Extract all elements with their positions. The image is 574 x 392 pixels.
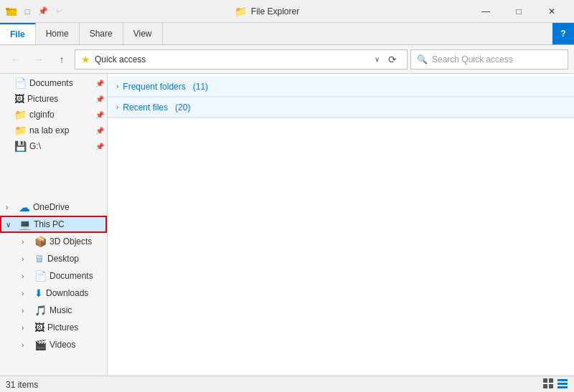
sidebar-item-3d-objects[interactable]: › 📦 3D Objects: [0, 233, 107, 250]
downloads-icon: ⬇: [34, 287, 43, 299]
search-icon: 🔍: [417, 54, 428, 64]
desktop-icon: 🖥: [34, 253, 44, 264]
svg-rect-9: [557, 383, 568, 385]
sidebar-item-videos[interactable]: › 🎬 Videos: [0, 336, 107, 353]
minimize-button[interactable]: —: [469, 0, 502, 23]
recent-files-label: Recent files: [123, 102, 168, 113]
pictures-pc-icon: 🖼: [34, 322, 44, 333]
content-inner: › Frequent folders (11) › Recent files (…: [108, 74, 574, 121]
videos-expand: ›: [22, 341, 32, 349]
sidebar-item-documents-pc[interactable]: › 📄 Documents: [0, 267, 107, 285]
forward-button[interactable]: →: [29, 49, 49, 70]
new-window-icon: □: [22, 6, 33, 17]
svg-rect-6: [543, 384, 547, 388]
videos-icon: 🎬: [34, 339, 47, 350]
svg-rect-7: [549, 384, 553, 388]
pictures-icon: 🖼: [14, 93, 24, 105]
recent-files-header[interactable]: › Recent files (20): [108, 97, 574, 118]
onedrive-icon: ☁: [19, 201, 30, 214]
grid-view-svg: [542, 378, 554, 389]
3d-expand-arrow: ›: [22, 238, 32, 246]
sidebar-label-videos: Videos: [50, 340, 75, 350]
sidebar-label-g-drive: G:\: [29, 141, 41, 151]
maximize-button[interactable]: □: [502, 0, 535, 23]
ribbon-tabs: File Home Share View ?: [0, 23, 574, 44]
sidebar-item-desktop[interactable]: › 🖥 Desktop: [0, 250, 107, 267]
tab-home[interactable]: Home: [36, 23, 80, 44]
thumbnail-view-icon[interactable]: [542, 378, 554, 391]
frequent-folders-header[interactable]: › Frequent folders (11): [108, 77, 574, 97]
window-controls: — □ ✕: [469, 0, 568, 23]
svg-rect-3: [6, 8, 9, 10]
sidebar-spacer: [0, 156, 107, 199]
undo-icon: ↩: [53, 6, 65, 17]
sidebar-item-clginfo[interactable]: 📁 clginfo 📌: [0, 107, 107, 123]
status-item-count: 31 items: [6, 380, 537, 390]
sidebar-label-pictures-pc: Pictures: [47, 322, 78, 333]
tab-view[interactable]: View: [123, 23, 163, 44]
search-placeholder: Search Quick access: [432, 54, 513, 64]
address-refresh-button[interactable]: ⟳: [384, 54, 401, 65]
title-bar-icons: □ 📌 ↩: [6, 6, 65, 17]
ribbon: File Home Share View ?: [0, 23, 574, 45]
up-button[interactable]: ↑: [52, 49, 72, 70]
list-view-icon[interactable]: [557, 378, 568, 391]
sidebar-item-g-drive[interactable]: 💾 G:\ 📌: [0, 138, 107, 154]
address-bar[interactable]: ★ Quick access ∨ ⟳: [75, 49, 408, 70]
documents-pc-icon: 📄: [34, 270, 47, 282]
address-star-icon: ★: [81, 54, 90, 65]
tab-share[interactable]: Share: [80, 23, 123, 44]
documents-icon: 📄: [14, 77, 27, 89]
sidebar-item-onedrive[interactable]: › ☁ OneDrive: [0, 199, 107, 216]
status-view-icons: [542, 378, 568, 391]
sidebar-label-desktop: Desktop: [47, 254, 79, 264]
back-button[interactable]: ←: [6, 49, 26, 70]
sidebar-label-pictures: Pictures: [27, 94, 58, 104]
sidebar-item-na-lab-exp[interactable]: 📁 na lab exp 📌: [0, 123, 107, 138]
svg-rect-5: [549, 378, 553, 383]
3d-objects-icon: 📦: [34, 236, 47, 247]
downloads-expand: ›: [22, 290, 32, 297]
music-expand: ›: [22, 307, 32, 315]
svg-rect-8: [557, 379, 568, 381]
sidebar-item-documents[interactable]: 📄 Documents 📌: [0, 75, 107, 91]
app-icon: [6, 6, 17, 17]
sidebar-label-documents-pc: Documents: [50, 271, 93, 281]
sidebar-item-this-pc[interactable]: ∨ 💻 This PC: [0, 216, 107, 233]
content-pane: › Frequent folders (11) › Recent files (…: [108, 74, 574, 376]
recent-files-group: › Recent files (20): [108, 97, 574, 118]
sidebar-item-pictures[interactable]: 🖼 Pictures 📌: [0, 91, 107, 107]
title-text: 📁 File Explorer: [65, 6, 469, 17]
quick-access-section: 📄 Documents 📌 🖼 Pictures 📌 📁 clginfo 📌 📁…: [0, 74, 107, 156]
this-pc-icon: 💻: [19, 219, 31, 230]
desktop-expand-arrow: ›: [22, 255, 32, 263]
window-title: File Explorer: [251, 6, 299, 16]
sidebar-label-documents: Documents: [29, 78, 73, 88]
list-view-svg: [557, 378, 568, 389]
nav-bar: ← → ↑ ★ Quick access ∨ ⟳ 🔍 Search Quick …: [0, 45, 574, 74]
sidebar-label-onedrive: OneDrive: [33, 202, 70, 212]
onedrive-expand-arrow: ›: [6, 204, 16, 211]
svg-rect-1: [6, 10, 17, 16]
na-lab-exp-icon: 📁: [14, 125, 27, 136]
clginfo-icon: 📁: [14, 109, 27, 120]
frequent-folders-arrow: ›: [116, 82, 118, 90]
g-drive-icon: 💾: [14, 140, 27, 152]
tab-file[interactable]: File: [0, 23, 36, 44]
sidebar-item-pictures-pc[interactable]: › 🖼 Pictures: [0, 319, 107, 336]
close-button[interactable]: ✕: [535, 0, 568, 23]
sidebar-label-downloads: Downloads: [46, 288, 88, 298]
search-bar[interactable]: 🔍 Search Quick access: [410, 49, 568, 70]
help-button[interactable]: ?: [552, 23, 574, 44]
sidebar-item-downloads[interactable]: › ⬇ Downloads: [0, 285, 107, 302]
sidebar-label-na-lab-exp: na lab exp: [29, 125, 69, 135]
pin-indicator-na-lab-exp: 📌: [95, 127, 107, 135]
status-bar: 31 items: [0, 376, 574, 392]
sidebar-item-music[interactable]: › 🎵 Music: [0, 302, 107, 319]
recent-files-arrow: ›: [116, 103, 118, 111]
pin-indicator-clginfo: 📌: [95, 111, 107, 119]
music-icon: 🎵: [34, 305, 47, 316]
title-bar: □ 📌 ↩ 📁 File Explorer — □ ✕: [0, 0, 574, 23]
pin-indicator-documents: 📌: [95, 80, 107, 87]
address-chevron-icon[interactable]: ∨: [375, 55, 380, 63]
